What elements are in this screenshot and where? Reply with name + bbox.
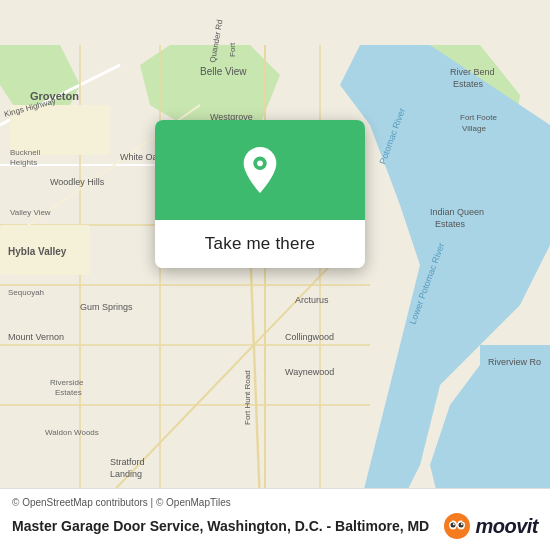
svg-text:Arcturus: Arcturus [295,295,329,305]
location-pin-icon [238,145,282,195]
svg-text:Estates: Estates [453,79,484,89]
take-me-there-button[interactable]: Take me there [155,220,365,268]
svg-text:Estates: Estates [55,388,82,397]
svg-text:River Bend: River Bend [450,67,495,77]
svg-point-62 [453,523,455,525]
svg-text:Sequoyah: Sequoyah [8,288,44,297]
svg-text:Fort Hunt Road: Fort Hunt Road [243,370,252,425]
svg-text:Fort Foote: Fort Foote [460,113,497,122]
svg-text:Woodley Hills: Woodley Hills [50,177,105,187]
bottom-info-row: Master Garage Door Service, Washington, … [12,512,538,540]
map-background: Groveton Hybla Valley Belle View Westgro… [0,0,550,550]
svg-text:Hybla Valley: Hybla Valley [8,246,67,257]
svg-text:Estates: Estates [435,219,466,229]
svg-text:Heights: Heights [10,158,37,167]
bottom-bar: © OpenStreetMap contributors | © OpenMap… [0,488,550,550]
svg-text:Landing: Landing [110,469,142,479]
svg-text:Mount Vernon: Mount Vernon [8,332,64,342]
map-container: Groveton Hybla Valley Belle View Westgro… [0,0,550,550]
svg-text:Valley View: Valley View [10,208,51,217]
popup-green-area [155,120,365,220]
svg-text:Belle View: Belle View [200,66,247,77]
svg-point-61 [459,523,464,528]
popup-card: Take me there [155,120,365,268]
svg-text:Village: Village [462,124,486,133]
svg-text:Waynewood: Waynewood [285,367,334,377]
svg-point-63 [461,523,463,525]
moovit-icon [443,512,471,540]
svg-text:Collingwood: Collingwood [285,332,334,342]
svg-text:Bucknell: Bucknell [10,148,40,157]
moovit-logo: moovit [443,512,538,540]
svg-point-56 [257,160,263,166]
place-name: Master Garage Door Service, Washington, … [12,518,443,534]
svg-text:Gum Springs: Gum Springs [80,302,133,312]
svg-point-57 [444,513,470,539]
svg-text:Stratford: Stratford [110,457,145,467]
svg-text:Fort: Fort [228,42,237,57]
svg-text:Waldon Woods: Waldon Woods [45,428,99,437]
svg-text:Indian Queen: Indian Queen [430,207,484,217]
svg-text:Riverside: Riverside [50,378,84,387]
moovit-brand-text: moovit [475,515,538,538]
svg-point-60 [451,523,456,528]
map-attribution: © OpenStreetMap contributors | © OpenMap… [12,497,538,508]
svg-text:Riverview Ro: Riverview Ro [488,357,541,367]
